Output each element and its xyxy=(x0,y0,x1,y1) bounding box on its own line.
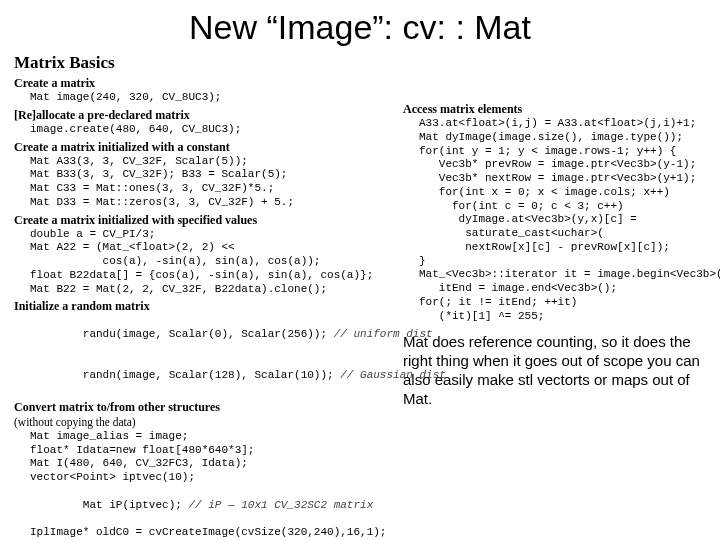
slide-title: New “Image”: cv: : Mat xyxy=(14,8,706,47)
note-text: Mat does reference counting, so it does … xyxy=(403,333,708,408)
code-line: randu(image, Scalar(0), Scalar(256)); //… xyxy=(14,314,389,355)
heading-access-elements: Access matrix elements xyxy=(403,102,708,117)
code-line: Mat B22 = Mat(2, 2, CV_32F, B22data).clo… xyxy=(14,283,389,297)
code-line: for(; it != itEnd; ++it) xyxy=(403,296,708,310)
code-comment: // iP — 10x1 CV_32SC2 matrix xyxy=(188,499,373,511)
code-line: Mat I(480, 640, CV_32FC3, Idata); xyxy=(14,457,389,471)
section-title: Matrix Basics xyxy=(14,53,706,73)
code-line: A33.at<float>(i,j) = A33.at<float>(j,i)+… xyxy=(403,117,708,131)
heading-sub: (without copying the data) xyxy=(14,416,136,428)
code-line: randn(image, Scalar(128), Scalar(10)); /… xyxy=(14,356,389,397)
code-line: Mat image(240, 320, CV_8UC3); xyxy=(14,91,389,105)
heading-convert-structures: Convert matrix to/from other structures … xyxy=(14,400,389,430)
code-line: nextRow[x][c] - prevRow[x][c]); xyxy=(403,241,708,255)
code-line: (*it)[1] ^= 255; xyxy=(403,310,708,324)
code-line: Mat C33 = Mat::ones(3, 3, CV_32F)*5.; xyxy=(14,182,389,196)
two-columns: Create a matrix Mat image(240, 320, CV_8… xyxy=(14,73,706,540)
code-line: float* Idata=new float[480*640*3]; xyxy=(14,444,389,458)
code-line: Vec3b* prevRow = image.ptr<Vec3b>(y-1); xyxy=(403,158,708,172)
code-line: Mat image_alias = image; xyxy=(14,430,389,444)
heading-create-matrix: Create a matrix xyxy=(14,76,389,91)
right-column: Access matrix elements A33.at<float>(i,j… xyxy=(403,73,708,540)
code-line: Vec3b* nextRow = image.ptr<Vec3b>(y+1); xyxy=(403,172,708,186)
code-line: IplImage* oldC0 = cvCreateImage(cvSize(3… xyxy=(14,526,389,540)
code-line: image.create(480, 640, CV_8UC3); xyxy=(14,123,389,137)
code-line: saturate_cast<uchar>( xyxy=(403,227,708,241)
code-line: cos(a), -sin(a), sin(a), cos(a)); xyxy=(14,255,389,269)
slide: New “Image”: cv: : Mat Matrix Basics Cre… xyxy=(0,0,720,540)
code-line: Mat_<Vec3b>::iterator it = image.begin<V… xyxy=(403,268,708,282)
code-line: vector<Point> iptvec(10); xyxy=(14,471,389,485)
code-text: randn(image, Scalar(128), Scalar(10)); xyxy=(83,369,340,381)
code-line: double a = CV_PI/3; xyxy=(14,228,389,242)
heading-constant-init: Create a matrix initialized with a const… xyxy=(14,140,389,155)
code-line: } xyxy=(403,255,708,269)
code-line: for(int y = 1; y < image.rows-1; y++) { xyxy=(403,145,708,159)
heading-random-matrix: Initialize a random matrix xyxy=(14,299,389,314)
code-line: Mat iP(iptvec); // iP — 10x1 CV_32SC2 ma… xyxy=(14,485,389,526)
code-line: Mat B33(3, 3, CV_32F); B33 = Scalar(5); xyxy=(14,168,389,182)
code-line: Mat A22 = (Mat_<float>(2, 2) << xyxy=(14,241,389,255)
code-line: Mat dyImage(image.size(), image.type()); xyxy=(403,131,708,145)
code-line: Mat A33(3, 3, CV_32F, Scalar(5)); xyxy=(14,155,389,169)
heading-text: Convert matrix to/from other structures xyxy=(14,400,220,414)
code-line: for(int c = 0; c < 3; c++) xyxy=(403,200,708,214)
code-line: itEnd = image.end<Vec3b>(); xyxy=(403,282,708,296)
heading-reallocate: [Re]allocate a pre-declared matrix xyxy=(14,108,389,123)
code-text: Mat iP(iptvec); xyxy=(83,499,189,511)
heading-specified-values: Create a matrix initialized with specifi… xyxy=(14,213,389,228)
code-line: dyImage.at<Vec3b>(y,x)[c] = xyxy=(403,213,708,227)
code-line: float B22data[] = {cos(a), -sin(a), sin(… xyxy=(14,269,389,283)
code-line: for(int x = 0; x < image.cols; x++) xyxy=(403,186,708,200)
code-line: Mat D33 = Mat::zeros(3, 3, CV_32F) + 5.; xyxy=(14,196,389,210)
code-text: randu(image, Scalar(0), Scalar(256)); xyxy=(83,328,334,340)
left-column: Create a matrix Mat image(240, 320, CV_8… xyxy=(14,73,389,540)
